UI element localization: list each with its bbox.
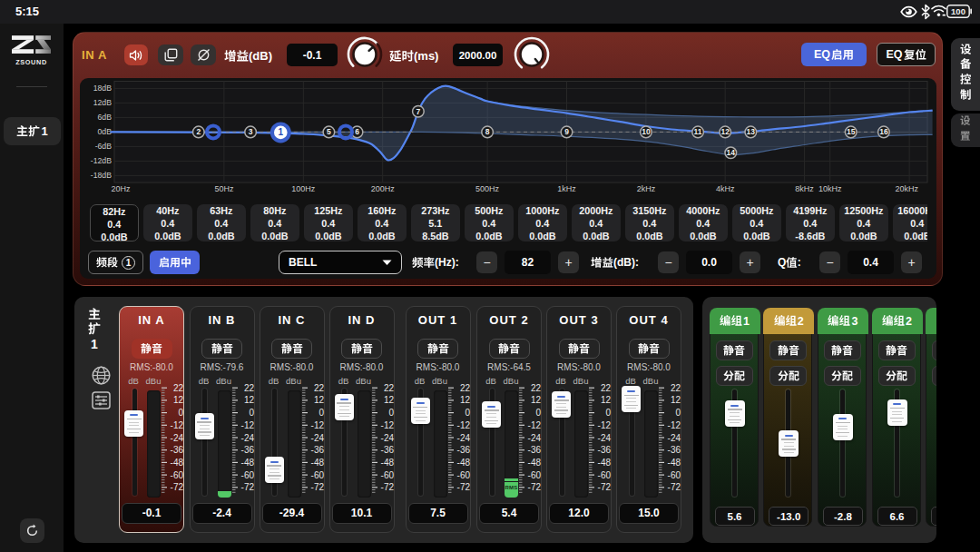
svg-text:12: 12 — [671, 395, 681, 405]
svg-text:20Hz: 20Hz — [112, 184, 132, 193]
svg-text:-60: -60 — [528, 470, 542, 480]
svg-text:0dB: 0dB — [98, 127, 113, 136]
svg-text:-12dB: -12dB — [91, 156, 112, 165]
svg-text:-60: -60 — [380, 470, 394, 480]
svg-text:12: 12 — [173, 395, 184, 405]
svg-text:12: 12 — [459, 395, 470, 405]
svg-text:-36: -36 — [456, 445, 470, 455]
svg-text:-36: -36 — [528, 445, 542, 455]
svg-text:14: 14 — [727, 148, 736, 157]
svg-text:-48: -48 — [528, 458, 542, 468]
svg-text:-12: -12 — [380, 420, 394, 430]
svg-text:9: 9 — [564, 127, 569, 136]
svg-text:-24: -24 — [528, 433, 542, 443]
svg-text:-72: -72 — [456, 482, 470, 492]
svg-text:-12: -12 — [240, 420, 254, 430]
svg-text:22: 22 — [243, 384, 254, 393]
svg-text:-12: -12 — [598, 420, 612, 430]
svg-text:18dB: 18dB — [93, 84, 112, 93]
svg-text:-48: -48 — [456, 458, 470, 468]
svg-text:20kHz: 20kHz — [896, 184, 919, 193]
svg-text:-18dB: -18dB — [91, 171, 112, 180]
svg-text:-24: -24 — [171, 433, 184, 443]
svg-text:8: 8 — [485, 127, 490, 136]
svg-text:-48: -48 — [598, 458, 612, 468]
svg-text:-36: -36 — [598, 445, 612, 455]
svg-text:22: 22 — [531, 384, 542, 393]
svg-text:-60: -60 — [668, 470, 681, 480]
svg-text:12: 12 — [531, 395, 542, 405]
svg-text:-72: -72 — [528, 482, 542, 492]
svg-text:15: 15 — [847, 127, 856, 136]
svg-text:10kHz: 10kHz — [818, 184, 842, 193]
svg-text:22: 22 — [313, 384, 324, 393]
svg-text:4kHz: 4kHz — [716, 184, 735, 193]
svg-text:22: 22 — [173, 384, 184, 393]
svg-text:500Hz: 500Hz — [475, 184, 500, 193]
svg-text:1kHz: 1kHz — [557, 184, 576, 193]
svg-text:11: 11 — [694, 127, 702, 136]
svg-text:-24: -24 — [598, 433, 612, 443]
svg-text:-36: -36 — [171, 445, 184, 455]
svg-text:-24: -24 — [668, 433, 681, 443]
svg-text:1: 1 — [279, 127, 284, 137]
svg-text:22: 22 — [383, 384, 394, 393]
svg-text:-48: -48 — [310, 458, 324, 468]
svg-text:-24: -24 — [310, 433, 324, 443]
svg-text:10: 10 — [642, 127, 651, 136]
svg-text:0: 0 — [318, 408, 324, 418]
svg-text:2: 2 — [196, 127, 201, 136]
svg-text:0: 0 — [605, 408, 611, 418]
svg-text:12: 12 — [601, 395, 612, 405]
svg-text:200Hz: 200Hz — [371, 184, 396, 193]
svg-text:-60: -60 — [456, 470, 470, 480]
svg-text:100Hz: 100Hz — [291, 184, 316, 193]
svg-text:-12: -12 — [456, 420, 470, 430]
svg-text:-48: -48 — [171, 458, 184, 468]
svg-text:0: 0 — [178, 408, 183, 418]
svg-text:-60: -60 — [171, 470, 184, 480]
svg-text:0: 0 — [388, 408, 394, 418]
svg-text:6: 6 — [355, 127, 359, 136]
svg-text:50Hz: 50Hz — [214, 184, 234, 193]
svg-text:7: 7 — [416, 107, 421, 116]
svg-text:100: 100 — [951, 6, 965, 16]
svg-text:ZSOUND: ZSOUND — [15, 58, 47, 65]
svg-text:13: 13 — [747, 127, 756, 136]
svg-text:-60: -60 — [598, 470, 612, 480]
svg-text:22: 22 — [601, 384, 612, 393]
svg-text:-72: -72 — [598, 482, 612, 492]
svg-text:-60: -60 — [240, 470, 254, 480]
svg-text:-48: -48 — [668, 458, 681, 468]
svg-text:-36: -36 — [668, 445, 681, 455]
svg-text:-48: -48 — [240, 458, 254, 468]
svg-text:5: 5 — [327, 127, 331, 136]
svg-text:-24: -24 — [380, 433, 394, 443]
svg-text:-72: -72 — [668, 482, 681, 492]
svg-text:22: 22 — [459, 384, 470, 393]
svg-text:12: 12 — [720, 127, 730, 136]
svg-text:-36: -36 — [380, 445, 394, 455]
svg-text:16: 16 — [879, 127, 888, 136]
svg-text:22: 22 — [671, 384, 681, 393]
svg-text:-36: -36 — [310, 445, 324, 455]
svg-text:12dB: 12dB — [93, 98, 112, 107]
svg-text:-60: -60 — [310, 470, 324, 480]
svg-text:0: 0 — [249, 408, 254, 418]
svg-text:12: 12 — [243, 395, 254, 405]
svg-text:0: 0 — [535, 408, 541, 418]
svg-text:6dB: 6dB — [98, 113, 113, 122]
svg-text:0: 0 — [465, 408, 470, 418]
svg-text:8kHz: 8kHz — [795, 184, 814, 193]
svg-text:12: 12 — [383, 395, 394, 405]
svg-text:-12: -12 — [310, 420, 324, 430]
svg-text:-72: -72 — [380, 482, 394, 492]
svg-text:-12: -12 — [528, 420, 542, 430]
svg-text:-48: -48 — [380, 458, 394, 468]
svg-text:-72: -72 — [240, 482, 254, 492]
svg-text:-72: -72 — [310, 482, 324, 492]
svg-text:-72: -72 — [171, 482, 184, 492]
svg-text:-6dB: -6dB — [95, 142, 113, 151]
svg-text:3: 3 — [249, 127, 253, 136]
svg-text:-24: -24 — [240, 433, 254, 443]
